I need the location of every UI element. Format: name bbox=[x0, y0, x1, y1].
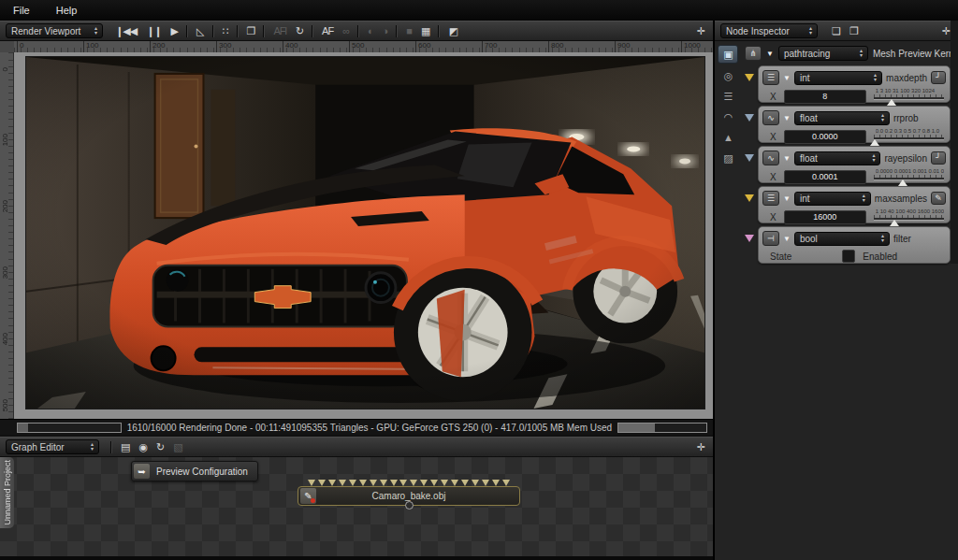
value-field[interactable]: 0.0001 bbox=[784, 170, 866, 184]
static-value-icon[interactable]: ☰ bbox=[762, 191, 779, 206]
node-input-pin[interactable] bbox=[492, 480, 500, 486]
node-input-pin[interactable] bbox=[410, 480, 417, 486]
param-pin-icon[interactable] bbox=[745, 235, 754, 242]
node-input-pin[interactable] bbox=[390, 480, 398, 486]
project-tab[interactable]: Unnamed Project bbox=[0, 457, 14, 528]
expander-icon[interactable]: ▼ bbox=[766, 50, 774, 58]
value-slider[interactable]: 0.0000 0.0001 0.001 0.01 0.10 bbox=[874, 169, 944, 184]
type-dropdown[interactable]: int ▴▾ bbox=[794, 192, 871, 206]
value-field[interactable]: 0.0000 bbox=[784, 130, 866, 144]
value-field[interactable]: 16000 bbox=[784, 210, 866, 224]
node-input-pin[interactable] bbox=[328, 480, 336, 486]
static-value-icon[interactable]: ☰ bbox=[762, 70, 779, 85]
node-output-pin[interactable] bbox=[405, 501, 414, 510]
pause-render-icon[interactable]: ❙❙ bbox=[141, 25, 166, 37]
new-rendertarget-icon[interactable]: ▤ bbox=[116, 441, 134, 453]
sphere-right-icon[interactable]: ◑ bbox=[378, 25, 393, 36]
slider-handle[interactable] bbox=[870, 139, 879, 146]
node-input-pin[interactable] bbox=[349, 480, 356, 486]
node-input-pin[interactable] bbox=[430, 480, 438, 486]
panel-selector-dropdown[interactable]: Graph Editor ▴▾ bbox=[6, 439, 99, 454]
curve-value-icon[interactable]: ∿ bbox=[762, 151, 779, 165]
value-slider[interactable]: 1 3 10 31 100 320 1024 bbox=[874, 89, 944, 104]
nodegraph-icon[interactable]: ⋔ bbox=[745, 46, 762, 61]
node-input-pin[interactable] bbox=[420, 480, 428, 486]
expand-icon[interactable]: ✛ bbox=[695, 441, 707, 453]
type-dropdown[interactable]: int ▴▾ bbox=[794, 71, 882, 85]
menu-file[interactable]: File bbox=[0, 5, 43, 16]
play-render-icon[interactable]: ▶ bbox=[167, 25, 182, 37]
focus-picker-icon[interactable]: ◺ bbox=[192, 25, 208, 37]
texture-icon[interactable]: ▲ bbox=[718, 129, 737, 146]
expander-icon[interactable]: ▼ bbox=[783, 114, 791, 122]
solid-bg-icon[interactable]: ■ bbox=[401, 25, 416, 36]
new-material-icon[interactable]: ◉ bbox=[134, 441, 152, 453]
node-input-pin[interactable] bbox=[482, 480, 489, 486]
value-field[interactable]: 8 bbox=[784, 90, 866, 104]
node-input-pin[interactable] bbox=[472, 480, 479, 486]
slider-handle[interactable] bbox=[887, 99, 896, 106]
kernel-dropdown[interactable]: pathtracing ▴▾ bbox=[778, 46, 868, 61]
node-input-pin[interactable] bbox=[380, 480, 387, 486]
node-input-pin[interactable] bbox=[399, 480, 407, 486]
type-dropdown[interactable]: float ▴▾ bbox=[794, 111, 890, 125]
param-pin-icon[interactable] bbox=[745, 154, 754, 162]
reload-geometry-icon[interactable]: ↻ bbox=[152, 441, 168, 453]
glasses-icon[interactable]: ∞ bbox=[338, 25, 354, 36]
slider-handle[interactable] bbox=[898, 179, 907, 186]
af-lock-icon[interactable]: AFl bbox=[269, 25, 291, 36]
restart-render-icon[interactable]: ❙◀◀ bbox=[110, 25, 141, 37]
mesh-node[interactable]: ✎ Camaro_bake.obj bbox=[298, 486, 520, 506]
paste-node-icon[interactable]: ❐ bbox=[845, 25, 863, 37]
type-dropdown[interactable]: float ▴▾ bbox=[794, 151, 880, 165]
expander-icon[interactable]: ▼ bbox=[783, 235, 791, 243]
panel-selector-dropdown[interactable]: Node Inspector ▴▾ bbox=[720, 23, 818, 38]
expander-icon[interactable]: ▼ bbox=[783, 154, 791, 163]
node-input-pin[interactable] bbox=[451, 480, 458, 486]
value-slider[interactable]: 1 10 40 100 400 1600 16000 bbox=[874, 209, 944, 224]
expander-icon[interactable]: ▼ bbox=[783, 74, 791, 82]
node-input-pin[interactable] bbox=[441, 480, 448, 486]
param-pin-icon[interactable] bbox=[745, 114, 754, 122]
autofocus-icon[interactable]: AF bbox=[317, 25, 338, 36]
node-input-pin[interactable] bbox=[502, 480, 510, 486]
node-input-pin[interactable] bbox=[308, 480, 315, 486]
curve-value-icon[interactable]: ∿ bbox=[762, 110, 779, 125]
new-texture-icon[interactable]: ▧ bbox=[168, 441, 186, 453]
bw-checker-icon[interactable]: ◩ bbox=[443, 25, 461, 37]
node-input-pin[interactable] bbox=[370, 480, 377, 486]
toggle-value-icon[interactable]: ⊣ bbox=[762, 231, 779, 246]
camera-icon[interactable]: ◎ bbox=[718, 67, 737, 84]
material-icon[interactable]: ◠ bbox=[718, 108, 737, 125]
render-image[interactable] bbox=[25, 56, 705, 409]
copy-render-icon[interactable]: ❐ bbox=[242, 25, 260, 37]
refresh-icon[interactable]: ↻ bbox=[291, 25, 308, 37]
spinner-icon: ▴▾ bbox=[94, 26, 97, 36]
node-input-pin[interactable] bbox=[359, 480, 367, 486]
panel-selector-dropdown[interactable]: Render Viewport ▴▾ bbox=[6, 23, 103, 38]
preview-configuration-node[interactable]: ➥ Preview Configuration bbox=[131, 461, 258, 481]
edit-button[interactable]: ✎ bbox=[931, 192, 946, 205]
node-input-pin[interactable] bbox=[318, 480, 326, 486]
graph-editor-canvas[interactable]: Unnamed Project ➥ Preview Configuration … bbox=[0, 457, 713, 560]
curve-button[interactable]: ╯ bbox=[931, 151, 946, 165]
environment-icon[interactable]: ☰ bbox=[718, 88, 737, 105]
utility-icon[interactable]: ▨ bbox=[718, 150, 737, 166]
sphere-left-icon[interactable]: ◐ bbox=[363, 25, 378, 36]
param-pin-icon[interactable] bbox=[745, 74, 754, 81]
type-dropdown[interactable]: bool ▴▾ bbox=[794, 232, 890, 246]
expand-icon[interactable]: ✛ bbox=[695, 25, 707, 37]
copy-node-icon[interactable]: ❏ bbox=[827, 25, 845, 37]
node-input-pin[interactable] bbox=[461, 480, 469, 486]
render-target-icon[interactable]: ▣ bbox=[718, 45, 738, 64]
menu-help[interactable]: Help bbox=[43, 5, 91, 16]
param-pin-icon[interactable] bbox=[745, 194, 754, 202]
expander-icon[interactable]: ▼ bbox=[783, 194, 791, 203]
curve-button[interactable]: ╯ bbox=[931, 71, 946, 84]
value-slider[interactable]: 0.0 0.2 0.3 0.5 0.7 0.8 1.0 bbox=[874, 129, 944, 144]
pan-icon[interactable]: ∷ bbox=[218, 25, 233, 37]
enabled-checkbox[interactable] bbox=[842, 250, 855, 263]
node-input-pin[interactable] bbox=[339, 480, 346, 486]
alpha-checker-icon[interactable]: ▦ bbox=[416, 25, 434, 37]
slider-handle[interactable] bbox=[890, 220, 899, 226]
